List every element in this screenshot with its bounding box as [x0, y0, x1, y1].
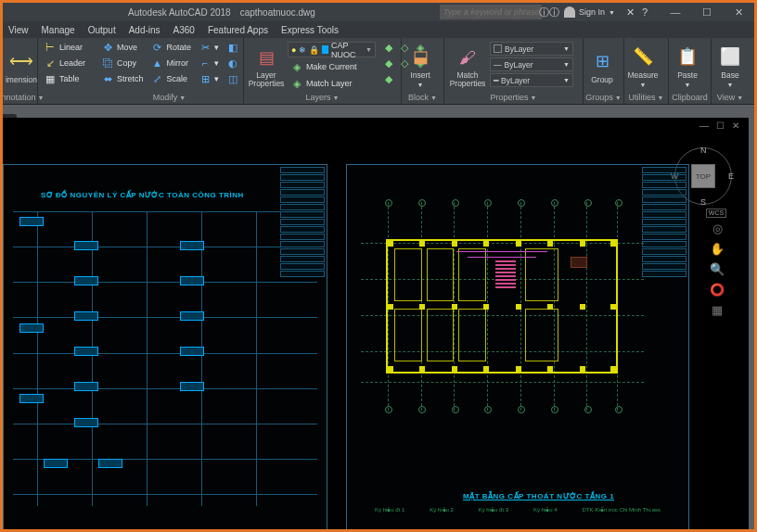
drawing-area: — ☐ ✕ TOP N S W E WCS ◎ ✋ 🔍 ⭕ ▦ SƠ ĐỒ NG…	[3, 105, 754, 532]
legend-3: Ký hiệu đt 3	[479, 506, 508, 525]
base-button[interactable]: ⬜ Base ▼	[714, 40, 746, 91]
viewcube-e[interactable]: E	[728, 171, 734, 181]
viewport-min-icon[interactable]: —	[699, 120, 709, 131]
minimize-button[interactable]: —	[660, 3, 691, 21]
layerprops-icon: ▤	[254, 45, 278, 70]
table-button[interactable]: ▦Table	[41, 71, 88, 86]
signin-button[interactable]: Sign In ▼	[564, 6, 615, 18]
panel-layers: ▤ Layer Properties ● ❄ 🔒 CAP NUOC ▼ ◈Mak…	[244, 38, 402, 104]
maximize-button[interactable]: ☐	[691, 3, 723, 21]
panel-groups-label[interactable]: Groups▼	[586, 91, 621, 104]
navbar-zoom-icon[interactable]: 🔍	[708, 262, 726, 279]
bulb-icon: ●	[291, 45, 296, 55]
layer-dropdown[interactable]: ● ❄ 🔒 CAP NUOC ▼	[288, 42, 376, 57]
scale-button[interactable]: ⤢Scale	[148, 71, 195, 86]
move-button[interactable]: ✥Move	[98, 40, 147, 55]
insert-button[interactable]: ⬓ Insert ▼	[404, 40, 436, 91]
rotate-button[interactable]: ⟳Rotate	[148, 40, 195, 55]
help-icon[interactable]: ?	[637, 6, 652, 19]
menu-a360[interactable]: A360	[173, 25, 195, 35]
move-icon: ✥	[101, 41, 114, 54]
panel-view-label[interactable]: View▼	[714, 91, 746, 104]
viewcube-s[interactable]: S	[700, 197, 706, 207]
panel-utilities-label[interactable]: Utilities▼	[627, 91, 665, 104]
menubar: View Manage Output Add-ins A360 Featured…	[3, 21, 754, 38]
leader-icon: ↙	[44, 57, 57, 70]
color-dropdown[interactable]: ByLayer▼	[490, 42, 573, 56]
viewport-max-icon[interactable]: ☐	[716, 120, 725, 131]
linear-icon: ⊢	[44, 41, 57, 54]
table-icon: ▦	[44, 72, 57, 85]
close-button[interactable]: ✕	[723, 3, 754, 21]
wcs-label[interactable]: WCS	[706, 209, 726, 218]
signin-label: Sign In	[579, 7, 605, 17]
lineweight-dropdown[interactable]: —ByLayer▼	[490, 57, 573, 71]
leader-button[interactable]: ↙Leader	[41, 56, 88, 70]
navbar-orbit-icon[interactable]: ⭕	[708, 283, 726, 299]
misc2-button[interactable]: ◐	[224, 56, 242, 70]
fillet-button[interactable]: ⌐▾	[196, 56, 222, 70]
navbar-showmotion-icon[interactable]: ▦	[708, 303, 726, 320]
fillet-icon: ⌐	[199, 57, 212, 70]
stretch-icon: ⬌	[101, 72, 114, 85]
file-name: capthoatnuoc.dwg	[240, 7, 315, 18]
legend-1: Ký hiệu đt 1	[375, 506, 404, 525]
misc1-button[interactable]: ◧	[224, 40, 242, 55]
menu-output[interactable]: Output	[88, 25, 116, 35]
panel-view: ⬜ Base ▼ View▼	[712, 38, 749, 104]
matchprops-button[interactable]: 🖌 Match Properties	[447, 40, 488, 91]
navbar-pan-icon[interactable]: ✋	[708, 242, 726, 259]
trim-button[interactable]: ✂▾	[196, 40, 222, 55]
array-button[interactable]: ⊞▾	[196, 71, 222, 86]
navbar-wheel-icon[interactable]: ◎	[708, 222, 726, 238]
menu-express[interactable]: Express Tools	[281, 25, 339, 35]
navbar: ◎ ✋ 🔍 ⭕ ▦	[706, 222, 728, 320]
paste-button[interactable]: 📋 Paste ▼	[672, 40, 703, 91]
menu-featured[interactable]: Featured Apps	[208, 25, 268, 35]
misc3-button[interactable]: ◫	[224, 71, 242, 86]
search-input[interactable]	[440, 5, 542, 19]
viewport-close-icon[interactable]: ✕	[732, 120, 739, 131]
make-current-button[interactable]: ◈Make Current	[288, 59, 376, 74]
panel-modify-label[interactable]: Modify▼	[98, 91, 240, 104]
group-button[interactable]: ⊞ Group	[586, 40, 618, 91]
panel-annotation-sub: ⊢Linear ↙Leader ▦Table	[38, 38, 96, 104]
panel-properties: 🖌 Match Properties ByLayer▼ —ByLayer▼ ━B…	[444, 38, 584, 104]
matchprops-icon: 🖌	[455, 45, 480, 70]
dimension-button[interactable]: ⟷ imension	[6, 40, 37, 91]
exchange-icon[interactable]: ✕	[622, 6, 637, 19]
viewcube-n[interactable]: N	[700, 146, 707, 155]
titlebar: Autodesk AutoCAD 2018 capthoatnuoc.dwg ⓘ…	[3, 3, 754, 21]
panel-annotation-label[interactable]: Annotation▼	[6, 91, 34, 104]
panel-clipboard-label[interactable]: Clipboard	[672, 91, 708, 104]
panel-block: ⬓ Insert ▼ Block▼	[402, 38, 444, 104]
panel-groups: ⊞ Group Groups▼	[584, 38, 624, 104]
sheet-floorplan: MẶT BẰNG CẤP THOÁT NƯỚC TẦNG 1 Ký hiệu đ…	[346, 164, 689, 532]
layerprops-button[interactable]: ▤ Layer Properties	[247, 40, 286, 91]
measure-button[interactable]: 📏 Measure ▼	[627, 40, 659, 91]
model-canvas[interactable]: — ☐ ✕ TOP N S W E WCS ◎ ✋ 🔍 ⭕ ▦ SƠ ĐỒ NG…	[3, 118, 749, 532]
panel-layers-label[interactable]: Layers▼	[247, 91, 398, 104]
panel-properties-label[interactable]: Properties▼	[447, 91, 580, 104]
panel-block-label[interactable]: Block▼	[404, 91, 441, 104]
linetype-dropdown[interactable]: ━ByLayer▼	[490, 73, 573, 87]
measure-icon: 📏	[631, 44, 655, 69]
menu-addins[interactable]: Add-ins	[129, 25, 160, 35]
menu-manage[interactable]: Manage	[42, 25, 75, 35]
copy-button[interactable]: ⿻Copy	[98, 56, 147, 70]
stretch-button[interactable]: ⬌Stretch	[98, 71, 147, 86]
titleblock-right-2	[642, 167, 686, 532]
infocenter-icon[interactable]: ⓘⓘ	[542, 6, 557, 19]
mirror-button[interactable]: ▲Mirror	[148, 56, 195, 70]
panel-utilities: 📏 Measure ▼ Utilities▼	[624, 38, 669, 104]
base-icon: ⬜	[718, 44, 742, 69]
linear-button[interactable]: ⊢Linear	[41, 40, 88, 55]
viewcube-face[interactable]: TOP	[691, 164, 715, 188]
dimension-label: imension	[6, 75, 37, 84]
sheet-schematic: SƠ ĐỒ NGUYÊN LÝ CẤP NƯỚC TOÀN CÔNG TRÌNH	[3, 164, 327, 532]
menu-view[interactable]: View	[8, 25, 29, 35]
legend-4: Ký hiệu 4	[533, 506, 558, 525]
match-layer-button[interactable]: ◈Match Layer	[288, 76, 376, 91]
mirror-icon: ▲	[151, 57, 164, 70]
rotate-icon: ⟳	[151, 41, 164, 54]
